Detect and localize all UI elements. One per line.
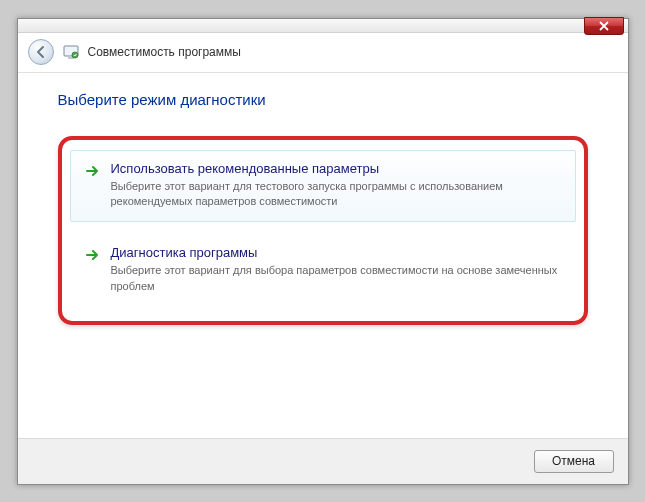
header-title: Совместимость программы [88,45,241,59]
back-button[interactable] [28,39,54,65]
titlebar [18,19,628,33]
option-body: Использовать рекомендованные параметры В… [111,161,561,210]
footer: Отмена [18,438,628,484]
option-body: Диагностика программы Выберите этот вари… [111,245,561,294]
option-recommended[interactable]: Использовать рекомендованные параметры В… [70,150,576,223]
close-icon [599,21,609,31]
arrow-left-icon [34,45,48,59]
arrow-right-icon [85,247,101,263]
cancel-button[interactable]: Отмена [534,450,614,473]
option-diagnostics[interactable]: Диагностика программы Выберите этот вари… [70,234,576,307]
option-title: Диагностика программы [111,245,561,260]
wizard-window: Совместимость программы Выберите режим д… [17,18,629,485]
content-area: Выберите режим диагностики Использовать … [18,73,628,326]
option-title: Использовать рекомендованные параметры [111,161,561,176]
header: Совместимость программы [18,33,628,73]
page-title: Выберите режим диагностики [58,91,588,108]
close-button[interactable] [584,17,624,35]
options-highlight: Использовать рекомендованные параметры В… [58,136,588,326]
option-description: Выберите этот вариант для тестового запу… [111,179,561,210]
option-description: Выберите этот вариант для выбора парамет… [111,263,561,294]
troubleshoot-icon [62,43,80,61]
arrow-right-icon [85,163,101,179]
